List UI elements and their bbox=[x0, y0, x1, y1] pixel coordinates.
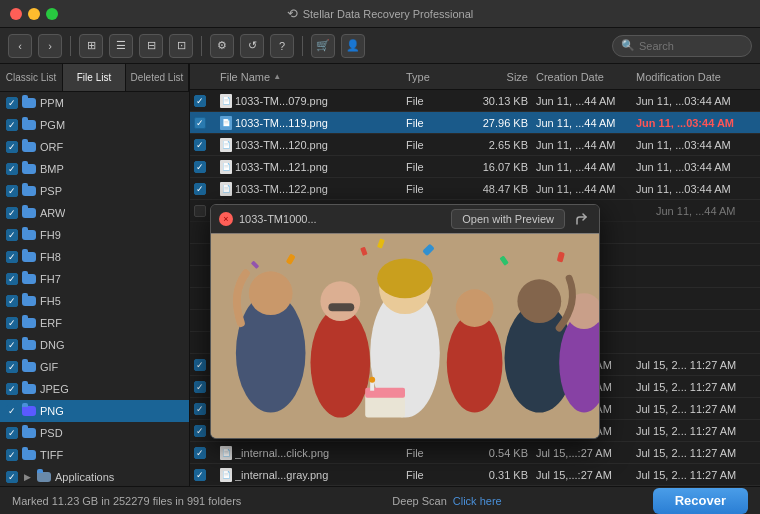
tab-deleted-list[interactable]: Deleted List bbox=[126, 64, 189, 91]
checkbox-psp[interactable]: ✓ bbox=[6, 185, 18, 197]
row-checkbox[interactable]: ✓ bbox=[194, 95, 206, 107]
checkbox-fh5[interactable]: ✓ bbox=[6, 295, 18, 307]
checkbox-fh7[interactable]: ✓ bbox=[6, 273, 18, 285]
sidebar-item-fh8[interactable]: ✓ FH8 bbox=[0, 246, 189, 268]
sidebar-item-fh7[interactable]: ✓ FH7 bbox=[0, 268, 189, 290]
file-mdate: Jul 15, 2... 11:27 AM bbox=[636, 359, 736, 371]
checkbox-applications[interactable]: ✓ bbox=[6, 471, 18, 483]
sidebar-item-orf[interactable]: ✓ ORF bbox=[0, 136, 189, 158]
sidebar-item-dng[interactable]: ✓ DNG bbox=[0, 334, 189, 356]
checkbox-bmp[interactable]: ✓ bbox=[6, 163, 18, 175]
sidebar-item-applications[interactable]: ✓ ▶ Applications bbox=[0, 466, 189, 486]
view-grid-button[interactable]: ⊞ bbox=[79, 34, 103, 58]
row-checkbox[interactable] bbox=[194, 205, 206, 217]
checkbox-ppm[interactable]: ✓ bbox=[6, 97, 18, 109]
nav-back-button[interactable]: ‹ bbox=[8, 34, 32, 58]
cart-button[interactable]: 🛒 bbox=[311, 34, 335, 58]
folder-icon-dng bbox=[22, 340, 36, 350]
sidebar-item-arw[interactable]: ✓ ARW bbox=[0, 202, 189, 224]
row-checkbox[interactable]: ✓ bbox=[194, 117, 206, 129]
preview-open-button[interactable]: Open with Preview bbox=[451, 209, 565, 229]
row-checkbox[interactable]: ✓ bbox=[194, 359, 206, 371]
sidebar-item-tiff[interactable]: ✓ TIFF bbox=[0, 444, 189, 466]
row-checkbox[interactable]: ✓ bbox=[194, 381, 206, 393]
col-header-mdate[interactable]: Modification Date bbox=[636, 71, 756, 83]
checkbox-psd[interactable]: ✓ bbox=[6, 427, 18, 439]
checkbox-orf[interactable]: ✓ bbox=[6, 141, 18, 153]
tab-classic-list[interactable]: Classic List bbox=[0, 64, 63, 91]
nav-forward-button[interactable]: › bbox=[38, 34, 62, 58]
table-row[interactable]: ✓ 📄 _internal...gray.png File 0.31 KB Ju… bbox=[190, 464, 760, 486]
table-row[interactable]: ✓ 📄 1033-TM...121.png File 16.07 KB Jun … bbox=[190, 156, 760, 178]
table-row[interactable]: ✓ 📄 1033-TM...122.png File 48.47 KB Jun … bbox=[190, 178, 760, 200]
sidebar-item-fh9[interactable]: ✓ FH9 bbox=[0, 224, 189, 246]
file-name: 1033-TM...121.png bbox=[235, 161, 328, 173]
sort-arrow-name: ▲ bbox=[273, 72, 281, 81]
sidebar-label-bmp: BMP bbox=[40, 163, 64, 175]
file-cdate: Jun 11, ...44 AM bbox=[536, 117, 616, 129]
refresh-button[interactable]: ↺ bbox=[240, 34, 264, 58]
row-checkbox[interactable]: ✓ bbox=[194, 447, 206, 459]
col-header-cdate[interactable]: Creation Date bbox=[536, 71, 636, 83]
row-checkbox[interactable]: ✓ bbox=[194, 161, 206, 173]
checkbox-png[interactable]: ✓ bbox=[6, 405, 18, 417]
sidebar-label-png: PNG bbox=[40, 405, 64, 417]
checkbox-erf[interactable]: ✓ bbox=[6, 317, 18, 329]
checkbox-arw[interactable]: ✓ bbox=[6, 207, 18, 219]
checkbox-dng[interactable]: ✓ bbox=[6, 339, 18, 351]
file-size: 48.47 KB bbox=[483, 183, 528, 195]
sidebar-item-erf[interactable]: ✓ ERF bbox=[0, 312, 189, 334]
checkbox-gif[interactable]: ✓ bbox=[6, 361, 18, 373]
file-icon: 📄 bbox=[220, 446, 232, 460]
sidebar-item-bmp[interactable]: ✓ BMP bbox=[0, 158, 189, 180]
checkbox-pgm[interactable]: ✓ bbox=[6, 119, 18, 131]
view-list-button[interactable]: ☰ bbox=[109, 34, 133, 58]
close-button[interactable] bbox=[10, 8, 22, 20]
maximize-button[interactable] bbox=[46, 8, 58, 20]
deep-scan-label: Deep Scan bbox=[392, 495, 446, 507]
view-split-button[interactable]: ⊡ bbox=[169, 34, 193, 58]
row-checkbox[interactable]: ✓ bbox=[194, 139, 206, 151]
folder-icon-arw bbox=[22, 208, 36, 218]
search-input[interactable] bbox=[639, 40, 739, 52]
sidebar-item-pgm[interactable]: ✓ PGM bbox=[0, 114, 189, 136]
row-checkbox[interactable]: ✓ bbox=[194, 425, 206, 437]
checkbox-fh8[interactable]: ✓ bbox=[6, 251, 18, 263]
view-column-button[interactable]: ⊟ bbox=[139, 34, 163, 58]
row-checkbox[interactable]: ✓ bbox=[194, 183, 206, 195]
search-box[interactable]: 🔍 bbox=[612, 35, 752, 57]
sidebar-item-jpeg[interactable]: ✓ JPEG bbox=[0, 378, 189, 400]
row-checkbox[interactable]: ✓ bbox=[194, 469, 206, 481]
checkbox-fh9[interactable]: ✓ bbox=[6, 229, 18, 241]
folder-icon-png bbox=[22, 406, 36, 416]
help-button[interactable]: ? bbox=[270, 34, 294, 58]
deep-scan-link[interactable]: Click here bbox=[453, 495, 502, 507]
sidebar-label-fh7: FH7 bbox=[40, 273, 61, 285]
table-row[interactable]: ✓ 📄 1033-TM...119.png File 27.96 KB Jun … bbox=[190, 112, 760, 134]
recover-button[interactable]: Recover bbox=[653, 488, 748, 514]
col-header-type[interactable]: Type bbox=[406, 71, 466, 83]
preview-close-button[interactable]: × bbox=[219, 212, 233, 226]
table-row[interactable]: ✓ 📄 1033-TM...120.png File 2.65 KB Jun 1… bbox=[190, 134, 760, 156]
sidebar-item-psp[interactable]: ✓ PSP bbox=[0, 180, 189, 202]
settings-button[interactable]: ⚙ bbox=[210, 34, 234, 58]
col-header-size[interactable]: Size bbox=[466, 71, 536, 83]
checkbox-jpeg[interactable]: ✓ bbox=[6, 383, 18, 395]
preview-share-button[interactable] bbox=[571, 209, 591, 229]
file-cdate: Jul 15,...:27 AM bbox=[536, 469, 612, 481]
file-type: File bbox=[406, 139, 424, 151]
sidebar-item-fh5[interactable]: ✓ FH5 bbox=[0, 290, 189, 312]
sidebar-item-ppm[interactable]: ✓ PPM bbox=[0, 92, 189, 114]
account-button[interactable]: 👤 bbox=[341, 34, 365, 58]
table-row[interactable]: ✓ 📄 1033-TM...079.png File 30.13 KB Jun … bbox=[190, 90, 760, 112]
table-row[interactable]: ✓ 📄 _internal...click.png File 0.54 KB J… bbox=[190, 442, 760, 464]
col-header-name[interactable]: File Name ▲ bbox=[216, 71, 406, 83]
sidebar-item-gif[interactable]: ✓ GIF bbox=[0, 356, 189, 378]
minimize-button[interactable] bbox=[28, 8, 40, 20]
preview-header: × 1033-TM1000... Open with Preview bbox=[211, 205, 599, 233]
sidebar-item-png[interactable]: ✓ PNG bbox=[0, 400, 189, 422]
row-checkbox[interactable]: ✓ bbox=[194, 403, 206, 415]
checkbox-tiff[interactable]: ✓ bbox=[6, 449, 18, 461]
tab-file-list[interactable]: File List bbox=[63, 64, 126, 91]
sidebar-item-psd[interactable]: ✓ PSD bbox=[0, 422, 189, 444]
